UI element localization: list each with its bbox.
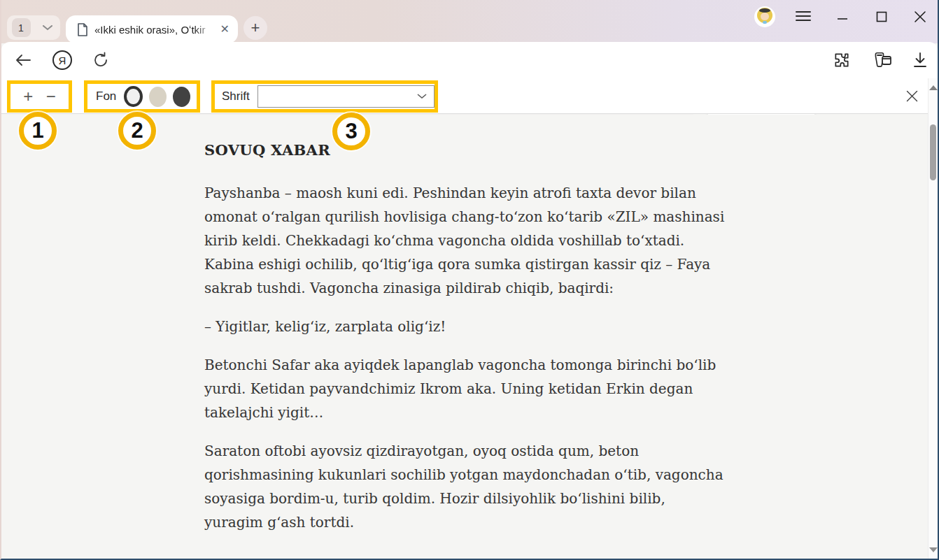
tab-list-chevron-button[interactable] — [35, 15, 60, 40]
font-select-label: Shrift — [222, 89, 250, 103]
reload-icon — [92, 52, 109, 69]
article: SOVUQ XABAR Payshanba – maosh kuni edi. … — [204, 141, 725, 549]
vertical-scrollbar[interactable] — [928, 78, 938, 559]
annotation-marker-1: 1 — [19, 112, 57, 150]
yandex-logo-icon: Я — [52, 50, 72, 70]
new-tab-button[interactable]: + — [243, 16, 267, 40]
toolbar-close-button[interactable] — [898, 82, 925, 109]
font-decrease-button[interactable]: − — [46, 88, 56, 105]
reader-content-area: SOVUQ XABAR Payshanba – maosh kuni edi. … — [1, 115, 928, 559]
bg-option-white[interactable] — [124, 86, 143, 107]
downloads-button[interactable] — [908, 42, 932, 78]
font-family-select[interactable] — [257, 85, 435, 108]
minimize-icon — [835, 8, 849, 22]
reader-settings-toolbar: + − Fon Shrift — [1, 78, 928, 114]
profile-avatar[interactable] — [754, 6, 775, 27]
paragraph: – Yigitlar, keligʻiz, zarplata oligʻiz! — [204, 315, 725, 338]
scrollbar-thumb[interactable] — [930, 124, 936, 180]
maximize-icon — [875, 10, 889, 24]
tab-counter[interactable]: 1 — [7, 15, 35, 40]
hamburger-icon — [796, 10, 811, 22]
maximize-button[interactable] — [875, 10, 889, 27]
tab-count-badge: 1 — [12, 18, 31, 37]
back-arrow-icon — [15, 54, 31, 66]
font-size-controls-highlight: + − — [7, 80, 72, 113]
paragraph: Betonchi Safar aka ayiqdek lapanglab vag… — [204, 353, 725, 424]
scroll-down-button[interactable] — [929, 542, 938, 557]
chevron-down-icon — [43, 25, 52, 31]
annotation-marker-2: 2 — [118, 112, 156, 150]
background-label: Fon — [96, 89, 116, 103]
paragraph: Saraton oftobi ayovsiz qizdirayotgan, oy… — [204, 439, 725, 534]
tab-strip: 1 «Ikki eshik orasi», Oʻtkir ✕ + — [1, 0, 938, 43]
avatar-bow — [763, 21, 767, 24]
browser-menu-button[interactable] — [796, 10, 811, 24]
scroll-up-button[interactable] — [929, 80, 938, 95]
triangle-down-icon — [929, 547, 938, 552]
minimize-button[interactable] — [835, 8, 849, 25]
triangle-up-icon — [929, 85, 938, 90]
bg-option-beige[interactable] — [149, 87, 167, 107]
font-increase-button[interactable]: + — [23, 88, 33, 105]
annotation-marker-3: 3 — [332, 113, 370, 150]
passwords-button[interactable] — [869, 42, 894, 78]
address-bar-row: Я www.litres.ru «Ikki eshik orasi», Oʻtk… — [1, 42, 938, 78]
bg-option-dark[interactable] — [173, 87, 190, 107]
back-button[interactable] — [11, 42, 35, 78]
window-close-button[interactable] — [913, 10, 927, 27]
puzzle-icon — [833, 51, 851, 69]
tab-title: «Ikki eshik orasi», Oʻtkir — [94, 24, 216, 36]
close-icon — [906, 90, 918, 102]
yandex-button[interactable]: Я — [50, 42, 74, 78]
active-tab[interactable]: «Ikki eshik orasi», Oʻtkir ✕ — [66, 15, 238, 43]
close-icon — [913, 10, 927, 24]
font-select-highlight: Shrift — [211, 80, 438, 113]
paragraph: Payshanba – maosh kuni edi. Peshindan ke… — [204, 181, 725, 300]
chevron-down-icon — [417, 94, 427, 99]
tab-close-button[interactable]: ✕ — [220, 24, 230, 35]
chapter-heading: SOVUQ XABAR — [204, 141, 725, 159]
page-icon — [77, 23, 88, 36]
download-icon — [912, 52, 928, 69]
extensions-button[interactable] — [830, 42, 854, 78]
avatar-face — [761, 13, 769, 20]
key-folder-icon — [871, 51, 892, 69]
reload-button[interactable] — [89, 42, 113, 78]
background-controls-highlight: Fon — [84, 80, 200, 113]
browser-window: 1 «Ikki eshik orasi», Oʻtkir ✕ + — [0, 0, 939, 560]
